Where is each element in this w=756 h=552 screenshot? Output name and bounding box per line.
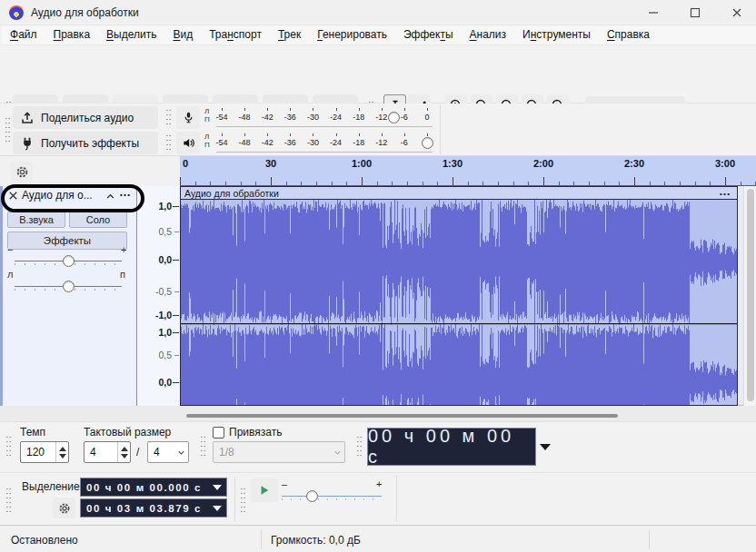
snap-value: 1/8 xyxy=(214,446,330,458)
timeline-tick xyxy=(619,182,620,185)
meter-scale-label: 0 xyxy=(424,113,429,122)
scale-label: 1,0 xyxy=(158,201,172,212)
waveform[interactable] xyxy=(181,200,737,405)
selection-end-dropdown-icon[interactable] xyxy=(213,506,222,511)
timeline-label: 2:00 xyxy=(533,158,553,169)
meter-tick xyxy=(359,133,360,136)
timesig-upper-input[interactable]: 4 xyxy=(84,441,131,463)
share-audio-button[interactable]: Поделиться аудио xyxy=(13,106,158,129)
timesig-lower-select[interactable]: 4 xyxy=(147,441,189,463)
time-display[interactable]: 00 ч 00 м 00 с xyxy=(367,428,536,466)
minimize-button[interactable] xyxy=(632,0,674,25)
pan-slider-knob[interactable] xyxy=(63,281,75,292)
record-volume-knob[interactable] xyxy=(388,112,400,123)
menu-файл[interactable]: Файл xyxy=(2,25,45,44)
solo-button[interactable]: Соло xyxy=(69,212,127,228)
timesig-label: Тактовый размер xyxy=(84,426,171,439)
timeline-tick xyxy=(407,182,408,185)
share-toolbar-grip[interactable] xyxy=(5,116,11,145)
track-effects-button[interactable]: Эффекты xyxy=(7,232,127,250)
menu-правка[interactable]: Правка xyxy=(45,25,99,44)
tempo-input[interactable]: 120 xyxy=(20,441,69,463)
timeline-tick xyxy=(725,177,726,185)
get-effects-button[interactable]: Получить эффекты xyxy=(13,132,158,154)
record-meter-button[interactable] xyxy=(176,106,200,129)
track-title[interactable]: Аудио для о... xyxy=(22,189,104,202)
timeline-options-button[interactable] xyxy=(11,162,33,182)
selection-end-field[interactable]: 00 ч 03 м 03.879 с xyxy=(80,498,227,518)
menu-вид[interactable]: Вид xyxy=(164,25,201,44)
playspeed-toolbar-grip[interactable] xyxy=(240,487,246,512)
selection-start-field[interactable]: 00 ч 00 м 00.000 с xyxy=(80,478,227,497)
clip-menu-button[interactable]: … xyxy=(719,187,731,198)
horizontal-scrollbar-thumb[interactable] xyxy=(186,414,618,418)
meter-scale-label: -30 xyxy=(307,113,319,122)
menu-анализ[interactable]: Анализ xyxy=(462,25,515,44)
maximize-button[interactable] xyxy=(674,0,716,25)
speed-slider[interactable] xyxy=(282,496,382,500)
playback-meter-button[interactable] xyxy=(176,132,200,154)
volume-status: Громкость: 0,0 дБ xyxy=(271,534,361,547)
record-meter-grip[interactable] xyxy=(165,108,172,128)
audio-clip[interactable]: Аудио для обработки … xyxy=(180,186,738,406)
horizontal-scrollbar[interactable] xyxy=(0,406,756,422)
track-close-button[interactable] xyxy=(6,189,20,202)
status-divider xyxy=(261,530,262,549)
menu-трек[interactable]: Трек xyxy=(270,25,309,44)
gain-slider-knob[interactable] xyxy=(63,255,75,267)
timesig-spinner[interactable] xyxy=(117,442,130,462)
timeline-tick xyxy=(225,182,226,185)
timeline-tick xyxy=(528,182,529,185)
meter-scale-label: -6 xyxy=(401,138,408,147)
clip-header[interactable]: Аудио для обработки … xyxy=(181,187,737,200)
time-format-dropdown-icon[interactable] xyxy=(540,444,551,450)
menu-инструменты[interactable]: Инструменты xyxy=(514,25,599,44)
track-collapse-button[interactable] xyxy=(104,190,117,203)
selection-options-button[interactable] xyxy=(53,498,75,518)
playback-volume-knob[interactable] xyxy=(422,137,433,149)
timeline-tick xyxy=(316,182,317,185)
menu-транспорт[interactable]: Транспорт xyxy=(201,25,270,44)
snap-label: Привязать xyxy=(229,426,282,439)
scale-label: 0,0 xyxy=(158,254,172,265)
scale-tick xyxy=(173,260,179,261)
timeline-ruler[interactable]: 0301:001:302:002:303:00 xyxy=(180,156,756,186)
snap-toolbar-grip[interactable] xyxy=(200,435,206,458)
record-meter[interactable]: -54-48-42-36-30-24-18-12-60 xyxy=(214,106,434,129)
menu-генерировать[interactable]: Генерировать xyxy=(309,25,395,44)
time-toolbar-grip[interactable] xyxy=(356,435,363,458)
selection-toolbar-grip[interactable] xyxy=(5,487,12,512)
tempo-toolbar-grip[interactable] xyxy=(5,435,12,458)
speed-minus-label: – xyxy=(282,478,287,489)
meter-tick xyxy=(382,133,383,136)
track-menu-button[interactable]: … xyxy=(119,185,132,199)
meter-tick xyxy=(336,133,337,136)
meter-scale-label: -54 xyxy=(215,113,227,122)
meter-bar xyxy=(216,126,433,127)
play-at-speed-button[interactable] xyxy=(251,478,278,502)
vertical-scrollbar-thumb[interactable] xyxy=(747,189,754,401)
playback-meter[interactable]: -54-48-42-36-30-24-18-12-60 xyxy=(214,132,434,154)
timesig-upper-value: 4 xyxy=(85,446,117,458)
timeline-tick xyxy=(650,182,651,185)
menu-справка[interactable]: Справка xyxy=(599,25,658,44)
vertical-scrollbar[interactable] xyxy=(743,186,756,406)
track-control-panel: Аудио для о... … В.звука Соло Эффекты − … xyxy=(0,186,136,406)
timeline-tick xyxy=(695,182,696,185)
speed-slider-knob[interactable] xyxy=(306,490,318,502)
timeline-tick xyxy=(710,182,711,185)
menu-выделить[interactable]: Выделить xyxy=(98,25,164,44)
tempo-spinner[interactable] xyxy=(55,442,68,462)
meter-scale-label: -18 xyxy=(353,138,364,147)
menu-эффекты[interactable]: Эффекты xyxy=(395,25,462,44)
meter-scale-label: -24 xyxy=(330,138,342,147)
meter-tick xyxy=(404,133,405,136)
snap-checkbox[interactable] xyxy=(213,427,224,439)
selection-start-dropdown-icon[interactable] xyxy=(213,485,222,490)
mute-button[interactable]: В.звука xyxy=(7,212,65,228)
vertical-scale-ruler[interactable]: 1,00,50,0-0,5-1,01,00,50,0 xyxy=(136,186,180,406)
timeline-label: 1:30 xyxy=(443,158,463,169)
close-button[interactable] xyxy=(716,0,756,25)
playback-meter-grip[interactable] xyxy=(165,133,172,153)
toolbar-dock-meters: Поделиться аудио Получить эффекты ЛП ЛП … xyxy=(0,104,756,156)
